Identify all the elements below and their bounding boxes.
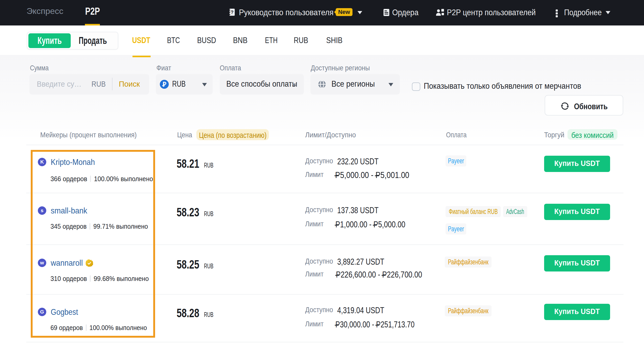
svg-text:?: ? [231, 10, 234, 15]
